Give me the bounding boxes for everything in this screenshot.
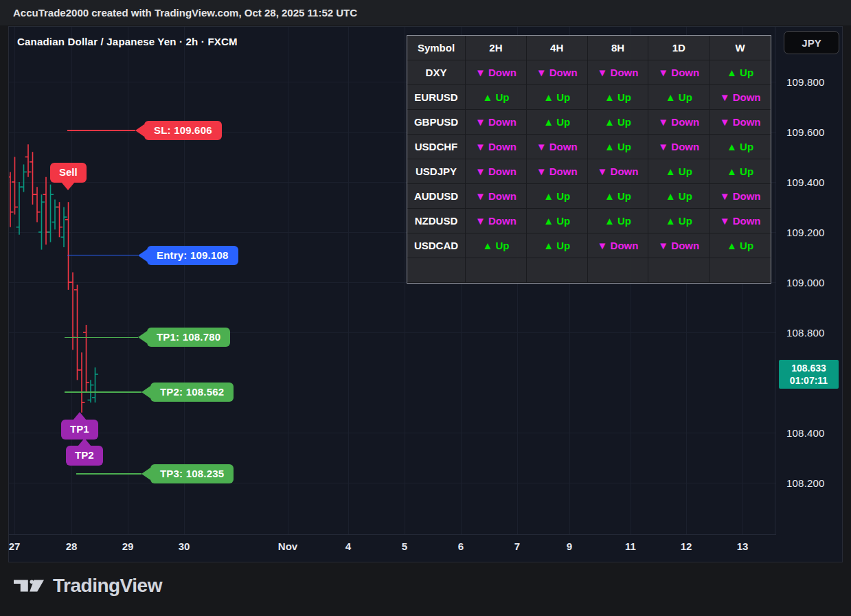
matrix-header-4h: 4H [527,36,588,60]
price-tick-label: 108.200 [786,477,825,489]
tradingview-logo-text: TradingView [53,575,162,597]
price-tick-label: 109.200 [786,227,825,238]
matrix-symbol-cell: NZDUSD [407,209,466,233]
matrix-signal-cell: ▲ Up [588,135,649,159]
matrix-signal-cell: ▲ Up [710,159,771,184]
matrix-signal-cell: ▲ Up [527,110,588,135]
matrix-signal-cell: ▼ Down [648,60,710,85]
attribution-bar: AccuTrade2000 created with TradingView.c… [0,0,851,25]
marker-pointer-down-icon [61,182,75,190]
matrix-signal-cell: ▼ Down [648,233,710,258]
time-tick-label: 11 [625,540,636,552]
marker-label: TP2 [66,446,103,466]
matrix-symbol-cell [407,258,466,283]
matrix-signal-cell [466,258,527,283]
matrix-signal-cell: ▼ Down [466,184,527,209]
matrix-signal-cell: ▲ Up [710,135,771,159]
matrix-signal-cell: ▼ Down [466,135,527,159]
price-tick-label: 109.600 [786,126,825,138]
current-price-value: 108.633 [779,362,839,374]
matrix-signal-cell: ▼ Down [648,110,710,135]
attribution-text: AccuTrade2000 created with TradingView.c… [13,7,357,19]
matrix-signal-cell: ▲ Up [710,60,771,85]
chart-pane[interactable]: SL: 109.606Entry: 109.108TP1: 108.780TP2… [9,27,776,534]
matrix-signal-cell: ▲ Up [710,233,771,258]
marker-label: TP1 [61,420,98,440]
matrix-signal-cell: ▼ Down [648,135,710,159]
matrix-signal-cell: ▲ Up [527,184,588,209]
matrix-signal-cell: ▼ Down [710,184,771,209]
signal-matrix-table: Symbol2H4H8H1DWDXY▼ Down▼ Down▼ Down▼ Do… [407,35,771,284]
matrix-signal-cell: ▲ Up [588,209,649,233]
matrix-symbol-cell: AUDUSD [407,184,466,209]
matrix-signal-cell: ▼ Down [588,60,649,85]
matrix-signal-cell: ▼ Down [527,159,588,184]
matrix-symbol-cell: GBPUSD [407,110,466,135]
time-tick-label: 4 [345,540,351,552]
matrix-signal-cell: ▼ Down [527,60,588,85]
matrix-signal-cell: ▲ Up [648,184,710,209]
matrix-signal-cell: ▲ Up [648,159,710,184]
matrix-symbol-cell: EURUSD [407,85,466,110]
matrix-symbol-cell: USDJPY [407,159,466,184]
time-tick-label: 28 [66,540,78,552]
matrix-symbol-cell: USDCAD [407,233,466,258]
matrix-header-2h: 2H [466,36,527,60]
time-tick-label: 30 [179,540,190,552]
matrix-signal-cell: ▲ Up [527,85,588,110]
time-tick-label: Nov [278,540,297,552]
price-tick-label: 109.400 [786,176,825,188]
matrix-signal-cell: ▼ Down [466,60,527,85]
matrix-signal-cell: ▼ Down [588,159,649,184]
price-tick-label: 108.800 [786,327,825,339]
time-tick-label: 12 [681,540,692,552]
matrix-header-1d: 1D [648,36,710,60]
matrix-signal-cell: ▼ Down [466,159,527,184]
time-tick-label: 5 [402,540,407,552]
matrix-signal-cell [527,258,588,283]
matrix-signal-cell: ▲ Up [588,110,649,135]
price-tick-label: 108.400 [786,427,825,439]
matrix-signal-cell: ▼ Down [710,85,771,110]
matrix-signal-cell: ▲ Up [648,209,710,233]
time-tick-label: 6 [458,540,464,552]
matrix-signal-cell [588,258,649,283]
matrix-signal-cell: ▲ Up [466,85,527,110]
matrix-signal-cell: ▼ Down [466,110,527,135]
matrix-header-w: W [710,36,771,60]
matrix-signal-cell: ▼ Down [588,233,649,258]
matrix-symbol-cell: USDCHF [407,135,466,159]
matrix-signal-cell: ▲ Up [466,233,527,258]
chart-frame: SL: 109.606Entry: 109.108TP1: 108.780TP2… [8,26,843,562]
matrix-signal-cell: ▲ Up [527,233,588,258]
currency-button[interactable]: JPY [784,31,839,54]
marker-pointer-up-icon [73,412,87,420]
tp1-hit-marker[interactable]: TP1 [61,420,98,440]
current-price-badge: 108.633 01:07:11 [779,360,839,389]
matrix-signal-cell [648,258,710,283]
matrix-signal-cell: ▼ Down [710,110,771,135]
tp2-hit-marker[interactable]: TP2 [66,446,103,466]
time-axis[interactable]: 27282930Nov45679111213 [9,534,776,562]
marker-label: Sell [50,163,87,183]
matrix-header-8h: 8H [588,36,649,60]
marker-pointer-up-icon [78,438,91,446]
matrix-signal-cell [710,258,771,283]
price-tick-label: 109.000 [786,277,825,288]
time-tick-label: 13 [737,540,749,552]
matrix-signal-cell: ▲ Up [648,85,710,110]
bar-countdown: 01:07:11 [779,374,839,387]
tradingview-logo[interactable]: TradingView [14,575,162,597]
matrix-signal-cell: ▼ Down [466,209,527,233]
matrix-header-symbol: Symbol [407,36,466,60]
chart-symbol-title: Canadian Dollar / Japanese Yen · 2h · FX… [17,36,238,47]
sell-marker[interactable]: Sell [50,163,87,183]
time-tick-label: 27 [9,540,21,552]
tradingview-logo-icon [14,575,44,596]
matrix-signal-cell: ▼ Down [527,135,588,159]
matrix-symbol-cell: DXY [407,60,466,85]
time-tick-label: 9 [567,540,572,552]
matrix-signal-cell: ▲ Up [527,209,588,233]
matrix-signal-cell: ▲ Up [588,85,649,110]
price-axis[interactable]: 108.633 01:07:11 109.800109.600109.40010… [775,27,842,534]
